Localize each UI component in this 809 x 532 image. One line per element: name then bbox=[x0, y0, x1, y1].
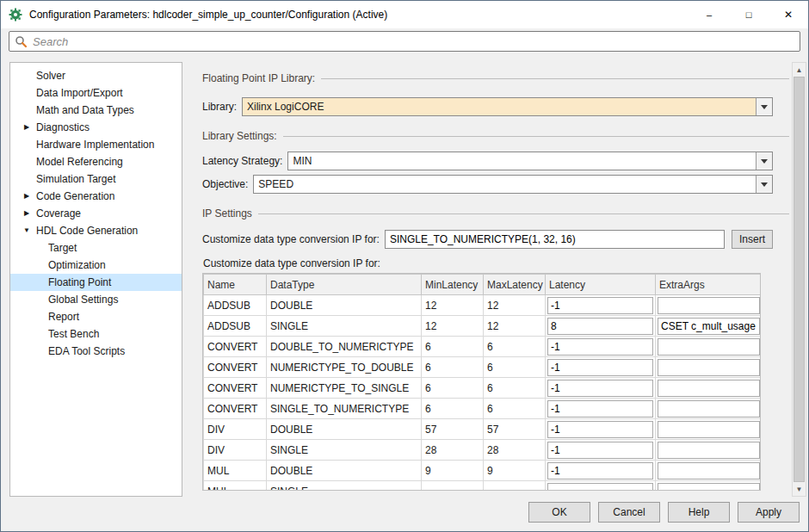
cell-latency bbox=[546, 316, 656, 337]
sidebar-item-solver[interactable]: Solver bbox=[10, 67, 182, 84]
library-dropdown-value: Xilinx LogiCORE bbox=[243, 98, 756, 115]
vertical-scrollbar[interactable]: ▲ ▼ bbox=[792, 62, 806, 497]
cell-latency bbox=[546, 419, 656, 440]
section-header-floating-point-ip-library: Floating Point IP Library: bbox=[202, 72, 789, 85]
sidebar-item-report[interactable]: Report bbox=[10, 308, 182, 325]
cell-extraargs bbox=[656, 461, 762, 481]
extraargs-input[interactable] bbox=[658, 400, 760, 418]
sidebar-item-test-bench[interactable]: Test Bench bbox=[10, 325, 182, 343]
sidebar-item-model-referencing[interactable]: Model Referencing bbox=[10, 153, 182, 170]
cell-maxlatency: 57 bbox=[484, 419, 546, 440]
table-row[interactable]: CONVERT SINGLE_TO_NUMERICTYPE 6 6 bbox=[204, 399, 762, 419]
extraargs-input[interactable] bbox=[658, 380, 760, 397]
latency-input[interactable] bbox=[547, 462, 653, 479]
minimize-button[interactable]: – bbox=[689, 1, 729, 28]
insert-button[interactable]: Insert bbox=[732, 230, 773, 249]
extraargs-input[interactable] bbox=[658, 359, 760, 376]
cell-name: MUL bbox=[204, 481, 267, 492]
sidebar-item-label: Floating Point bbox=[48, 276, 111, 288]
tree-expand-icon[interactable]: ▶ bbox=[22, 119, 32, 136]
library-dropdown-button[interactable] bbox=[756, 98, 772, 115]
ok-button[interactable]: OK bbox=[528, 502, 590, 523]
sidebar-item-label: Report bbox=[48, 311, 79, 323]
table-row[interactable]: CONVERT NUMERICTYPE_TO_SINGLE 6 6 bbox=[204, 378, 762, 399]
table-row[interactable]: ADDSUB DOUBLE 12 12 bbox=[204, 295, 762, 316]
customize-ip-field-row: Customize data type conversion IP for: I… bbox=[202, 229, 773, 250]
cell-extraargs bbox=[656, 399, 762, 419]
extraargs-input[interactable] bbox=[658, 421, 760, 438]
table-row[interactable]: DIV SINGLE 28 28 bbox=[204, 440, 762, 461]
extraargs-input[interactable] bbox=[658, 442, 760, 459]
latency-input[interactable] bbox=[547, 400, 653, 418]
extraargs-input[interactable] bbox=[658, 318, 760, 335]
close-button[interactable]: ✕ bbox=[769, 1, 808, 28]
sidebar-item-diagnostics[interactable]: ▶ Diagnostics bbox=[10, 119, 182, 136]
tree-expand-icon[interactable]: ▼ bbox=[22, 222, 32, 239]
extraargs-input[interactable] bbox=[658, 483, 760, 492]
search-input[interactable] bbox=[33, 35, 794, 48]
table-row[interactable]: MUL DOUBLE 9 9 bbox=[204, 461, 762, 481]
library-label: Library: bbox=[202, 101, 237, 113]
scroll-thumb[interactable] bbox=[794, 77, 805, 482]
latency-input[interactable] bbox=[547, 442, 653, 459]
table-row[interactable]: ADDSUB SINGLE 12 12 bbox=[204, 316, 762, 337]
simulink-icon bbox=[9, 8, 22, 22]
sidebar-item-floating-point[interactable]: Floating Point bbox=[10, 274, 182, 291]
apply-button[interactable]: Apply bbox=[738, 502, 800, 523]
extraargs-input[interactable] bbox=[658, 462, 760, 479]
library-dropdown[interactable]: Xilinx LogiCORE bbox=[242, 97, 773, 116]
cancel-button[interactable]: Cancel bbox=[598, 502, 660, 523]
sidebar-item-hdl-code-generation[interactable]: ▼ HDL Code Generation bbox=[10, 222, 182, 239]
title-bar: Configuration Parameters: hdlcoder_simpl… bbox=[1, 1, 808, 28]
customize-ip-label: Customize data type conversion IP for: bbox=[202, 233, 380, 245]
latency-input[interactable] bbox=[547, 359, 653, 376]
sidebar-item-global-settings[interactable]: Global Settings bbox=[10, 291, 182, 308]
table-row[interactable]: DIV DOUBLE 57 57 bbox=[204, 419, 762, 440]
tree-expand-icon[interactable]: ▶ bbox=[22, 188, 32, 205]
extraargs-input[interactable] bbox=[658, 338, 760, 356]
latency-input[interactable] bbox=[547, 380, 653, 397]
latency-input[interactable] bbox=[547, 297, 653, 314]
sidebar-item-simulation-target[interactable]: Simulation Target bbox=[10, 170, 182, 188]
sidebar-item-target[interactable]: Target bbox=[10, 239, 182, 257]
table-row[interactable]: MUL SINGLE bbox=[204, 481, 762, 492]
latency-strategy-dropdown-button[interactable] bbox=[756, 152, 772, 170]
sidebar-item-math-and-data-types[interactable]: Math and Data Types bbox=[10, 102, 182, 119]
cell-maxlatency bbox=[484, 481, 546, 492]
search-box[interactable] bbox=[9, 31, 800, 52]
objective-dropdown[interactable]: SPEED bbox=[253, 175, 773, 194]
scroll-down-icon[interactable]: ▼ bbox=[793, 482, 806, 496]
latency-input[interactable] bbox=[547, 318, 653, 335]
sidebar-item-data-import-export[interactable]: Data Import/Export bbox=[10, 84, 182, 102]
tree-expand-icon[interactable]: ▶ bbox=[22, 205, 32, 222]
ip-latency-table-container: Name DataType MinLatency MaxLatency Late… bbox=[202, 273, 761, 491]
table-row[interactable]: CONVERT NUMERICTYPE_TO_DOUBLE 6 6 bbox=[204, 357, 762, 378]
latency-input[interactable] bbox=[547, 483, 653, 492]
cell-extraargs bbox=[656, 337, 762, 357]
sidebar-item-hardware-implementation[interactable]: Hardware Implementation bbox=[10, 136, 182, 153]
cell-datatype: SINGLE_TO_NUMERICTYPE bbox=[267, 399, 422, 419]
sidebar-item-coverage[interactable]: ▶ Coverage bbox=[10, 205, 182, 222]
cell-datatype: NUMERICTYPE_TO_DOUBLE bbox=[267, 357, 422, 378]
column-header-datatype: DataType bbox=[267, 275, 422, 295]
sidebar-item-optimization[interactable]: Optimization bbox=[10, 257, 182, 274]
latency-strategy-dropdown[interactable]: MIN bbox=[287, 152, 773, 170]
sidebar-item-label: Simulation Target bbox=[36, 173, 116, 185]
section-header-ip-settings: IP Settings bbox=[202, 207, 789, 220]
table-row[interactable]: CONVERT DOUBLE_TO_NUMERICTYPE 6 6 bbox=[204, 337, 762, 357]
extraargs-input[interactable] bbox=[658, 297, 760, 314]
maximize-button[interactable]: □ bbox=[729, 1, 769, 28]
search-row bbox=[1, 28, 808, 55]
latency-input[interactable] bbox=[547, 421, 653, 438]
sidebar-item-label: Code Generation bbox=[36, 190, 114, 202]
customize-ip-input[interactable] bbox=[385, 230, 725, 249]
sidebar-item-eda-tool-scripts[interactable]: EDA Tool Scripts bbox=[10, 343, 182, 360]
sidebar-item-code-generation[interactable]: ▶ Code Generation bbox=[10, 188, 182, 205]
cell-extraargs bbox=[656, 481, 762, 492]
cell-minlatency: 6 bbox=[422, 399, 484, 419]
scroll-up-icon[interactable]: ▲ bbox=[793, 63, 806, 77]
objective-dropdown-button[interactable] bbox=[756, 176, 772, 193]
latency-input[interactable] bbox=[547, 338, 653, 356]
cell-maxlatency: 6 bbox=[484, 337, 546, 357]
help-button[interactable]: Help bbox=[668, 502, 730, 523]
